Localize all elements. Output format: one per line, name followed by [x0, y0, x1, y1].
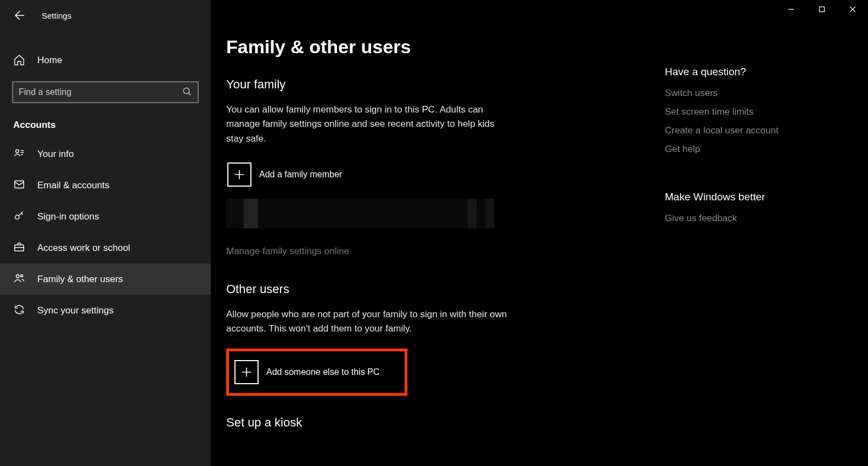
svg-point-5: [16, 275, 20, 278]
sidebar-item-label: Family & other users: [37, 274, 123, 285]
people-icon: [13, 272, 25, 286]
help-link-screen-time[interactable]: Set screen time limits: [665, 106, 846, 117]
minimize-button[interactable]: [776, 0, 807, 19]
svg-point-0: [183, 88, 189, 94]
sidebar-item-label: Sign-in options: [37, 211, 99, 222]
svg-point-1: [16, 150, 19, 153]
svg-rect-4: [15, 245, 24, 251]
plus-icon: [234, 360, 259, 384]
make-windows-better-block: Make Windows better Give us feedback: [665, 191, 846, 224]
svg-rect-2: [15, 181, 24, 188]
sidebar-header: Settings: [0, 3, 211, 27]
search-box[interactable]: [12, 81, 199, 103]
sidebar-item-family-other-users[interactable]: Family & other users: [0, 263, 211, 295]
sync-icon: [13, 304, 25, 317]
maximize-button[interactable]: [807, 0, 837, 19]
key-icon: [13, 210, 25, 223]
your-family-description: You can allow family members to sign in …: [226, 103, 512, 146]
main: Family & other users Your family You can…: [211, 0, 868, 466]
sidebar-item-your-info[interactable]: Your info: [0, 138, 211, 170]
help-pane: Have a question? Switch users Set screen…: [665, 66, 846, 232]
add-family-member-button[interactable]: Add a family member: [226, 160, 348, 189]
highlight-frame: Add someone else to this PC: [226, 349, 407, 396]
sidebar-item-label: Sync your settings: [37, 305, 114, 316]
add-family-member-label: Add a family member: [259, 170, 342, 179]
search-input[interactable]: [19, 87, 182, 97]
family-member-redacted: [226, 199, 517, 228]
svg-rect-7: [820, 7, 825, 12]
home-icon: [13, 54, 25, 68]
close-button[interactable]: [837, 0, 868, 19]
kiosk-heading: Set up a kiosk: [226, 416, 634, 430]
svg-point-3: [15, 215, 19, 219]
user-card-icon: [13, 147, 25, 161]
sidebar-nav: Your info Email & accounts Sign-in optio…: [0, 138, 211, 326]
sidebar-item-label: Email & accounts: [37, 180, 109, 191]
sidebar-item-sign-in-options[interactable]: Sign-in options: [0, 201, 211, 232]
svg-point-6: [21, 275, 23, 277]
sidebar-item-access-work-school[interactable]: Access work or school: [0, 232, 211, 263]
sidebar-item-label: Your info: [37, 149, 74, 160]
feedback-heading: Make Windows better: [665, 191, 846, 203]
mail-icon: [13, 178, 25, 192]
sidebar-item-sync-settings[interactable]: Sync your settings: [0, 295, 211, 326]
help-link-get-help[interactable]: Get help: [665, 144, 846, 155]
feedback-link[interactable]: Give us feedback: [665, 213, 846, 224]
sidebar-item-email-accounts[interactable]: Email & accounts: [0, 170, 211, 201]
help-link-create-local-account[interactable]: Create a local user account: [665, 125, 846, 136]
manage-family-link[interactable]: Manage family settings online: [226, 246, 349, 257]
content-column: Family & other users Your family You can…: [211, 0, 656, 466]
back-arrow-icon[interactable]: [12, 9, 25, 22]
help-link-switch-users[interactable]: Switch users: [665, 88, 846, 99]
sidebar-item-label: Access work or school: [37, 243, 130, 254]
add-other-user-label: Add someone else to this PC: [266, 367, 379, 377]
your-family-heading: Your family: [226, 77, 634, 92]
search-icon: [182, 87, 192, 98]
window-controls: [776, 0, 868, 19]
briefcase-icon: [13, 241, 25, 255]
plus-icon: [227, 162, 251, 187]
other-users-description: Allow people who are not part of your fa…: [226, 307, 512, 336]
question-heading: Have a question?: [665, 66, 846, 78]
page-title: Family & other users: [226, 36, 634, 58]
other-users-heading: Other users: [226, 282, 634, 296]
sidebar-home[interactable]: Home: [0, 49, 211, 71]
sidebar-section-title: Accounts: [13, 120, 198, 131]
window-title: Settings: [42, 11, 71, 20]
sidebar: Settings Home Accounts Your info Email &…: [0, 0, 211, 466]
sidebar-home-label: Home: [37, 55, 62, 66]
have-a-question-block: Have a question? Switch users Set screen…: [665, 66, 846, 155]
add-other-user-button[interactable]: Add someone else to this PC: [233, 358, 398, 386]
